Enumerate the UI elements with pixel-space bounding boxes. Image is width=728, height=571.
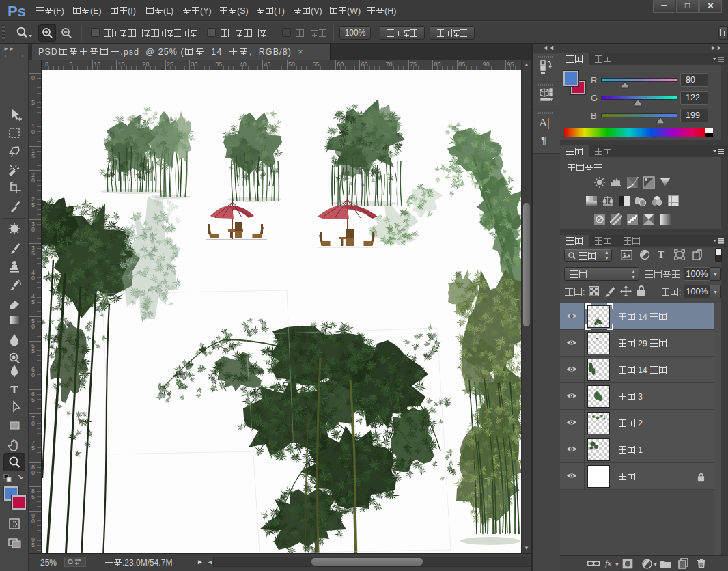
svg-text:T: T (10, 383, 18, 396)
